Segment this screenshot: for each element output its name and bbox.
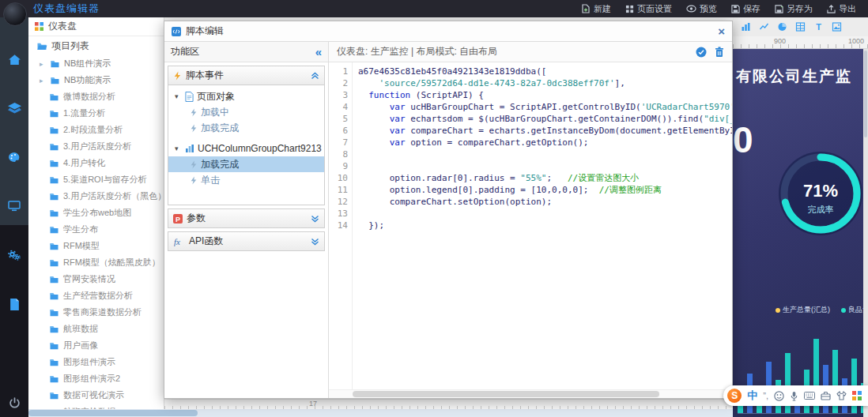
toolbox-icon[interactable]	[821, 391, 831, 400]
code-scrollbar-thumb[interactable]	[353, 391, 659, 397]
project-item[interactable]: 学生分布	[28, 221, 164, 238]
line-number: 5	[329, 113, 348, 125]
image-icon[interactable]	[832, 22, 842, 32]
folder-icon	[49, 193, 59, 201]
tree-event[interactable]: 加载完成	[168, 156, 324, 172]
expand-caret-icon[interactable]: ▾	[175, 145, 182, 152]
modal-title: 脚本编辑	[186, 24, 224, 38]
folder-icon	[49, 209, 59, 217]
emoji-icon[interactable]	[774, 391, 784, 401]
code-editor: 仪表盘: 生产监控 | 布局模式: 自由布局 12345678910111213…	[329, 42, 732, 398]
code-horizontal-scrollbar[interactable]	[329, 389, 732, 398]
script-event-icon	[173, 71, 182, 81]
app-title: 仪表盘编辑器	[33, 2, 100, 16]
section-header-script-events[interactable]: 脚本事件	[168, 66, 324, 85]
line-chart-icon[interactable]	[759, 22, 769, 32]
topbar-button-save-as[interactable]: 另存为	[768, 0, 820, 17]
project-item[interactable]: RFM模型（炫酷黑皮肤）	[28, 254, 164, 271]
document-icon[interactable]	[0, 280, 28, 329]
topbar-button-export[interactable]: 导出	[820, 0, 863, 17]
editor-context-label: 仪表盘: 生产监控 | 布局模式: 自由布局	[337, 45, 497, 58]
ime-mode-chinese[interactable]: 中	[747, 389, 757, 403]
code-area[interactable]: 1234567891011121314 a67e4635c81eb45f0a49…	[329, 62, 732, 389]
section-header-api-functions[interactable]: fx API函数	[168, 232, 324, 250]
project-panel: 仪表盘 项目列表 ▸NB组件演示▸NB功能演示微博数据分析1.流量分析2.时段流…	[28, 17, 164, 409]
line-number: 4	[329, 101, 348, 113]
chevrons-down-icon[interactable]	[311, 215, 319, 223]
project-item[interactable]: 用户画像	[28, 337, 164, 354]
project-item[interactable]: 2.时段流量分析	[28, 122, 164, 138]
skin-icon[interactable]	[836, 391, 847, 400]
lightning-icon	[190, 124, 198, 133]
collapse-left-icon[interactable]: «	[315, 46, 322, 58]
layers-icon[interactable]	[0, 84, 28, 133]
project-item[interactable]: 微博数据分析	[28, 88, 164, 105]
home-icon[interactable]	[0, 35, 28, 84]
chevrons-up-icon[interactable]	[311, 72, 319, 80]
palette-icon[interactable]	[0, 133, 28, 182]
tree-event[interactable]: 加载完成	[168, 120, 324, 136]
project-item[interactable]: 图形组件演示2	[28, 370, 164, 387]
topbar-button-new-file[interactable]: 新建	[574, 0, 618, 17]
tree-event[interactable]: 加载中	[168, 104, 324, 120]
vertical-scrollbar-thumb[interactable]	[864, 51, 867, 137]
project-item[interactable]: 3.用户活跃度分析	[28, 138, 164, 155]
chevrons-down-icon[interactable]	[311, 238, 319, 246]
close-icon[interactable]: ×	[718, 25, 725, 37]
project-item[interactable]: 3.用户活跃度分析（黑色）	[28, 188, 164, 205]
project-item[interactable]: 4.用户转化	[28, 155, 164, 171]
topbar-button-save[interactable]: 保存	[724, 0, 768, 17]
project-folder[interactable]: ▸NB组件演示	[28, 55, 164, 72]
pie-chart-icon[interactable]	[777, 22, 787, 32]
ime-punctuation[interactable]: ”,	[763, 391, 768, 400]
chart-object-icon	[185, 144, 194, 153]
project-item[interactable]: 官网安装情况	[28, 271, 164, 287]
gears-icon[interactable]	[0, 231, 28, 280]
topbar-button-preview[interactable]: 预览	[679, 0, 724, 17]
table-icon[interactable]	[795, 22, 806, 32]
monitor-icon[interactable]	[0, 182, 28, 231]
topbar-actions: 新建页面设置预览保存另存为导出	[574, 0, 868, 17]
tree-node[interactable]: ▾页面对象	[168, 88, 324, 104]
line-number: 14	[329, 220, 348, 231]
folder-icon	[49, 143, 59, 151]
line-number: 9	[329, 160, 348, 172]
mic-icon[interactable]	[790, 391, 798, 401]
dashboard-icon	[35, 22, 43, 31]
project-item[interactable]: 生产经营数据分析	[28, 287, 164, 304]
tree-event[interactable]: 单击	[168, 172, 324, 188]
project-folder[interactable]: ▸NB功能演示	[28, 72, 164, 88]
project-item[interactable]: 航班安检数据	[28, 404, 164, 409]
horizontal-scrollbar-thumb[interactable]	[28, 410, 198, 416]
project-item[interactable]: 航班数据	[28, 321, 164, 337]
project-item[interactable]: 零售商渠道数据分析	[28, 304, 164, 321]
check-circle-icon[interactable]	[696, 47, 707, 58]
app-logo[interactable]	[3, 2, 27, 26]
caret-right-icon[interactable]: ▸	[40, 77, 46, 85]
expand-caret-icon[interactable]: ▾	[175, 92, 182, 100]
tree-node[interactable]: ▾UCHColumnGroupChart9213	[168, 141, 324, 156]
folder-icon	[49, 342, 59, 350]
section-script-events: 脚本事件 ▾页面对象加载中加载完成▾UCHColumnGroupChart921…	[168, 66, 325, 205]
power-icon[interactable]	[0, 397, 28, 409]
project-item[interactable]: 1.流量分析	[28, 105, 164, 122]
keyboard-icon[interactable]	[804, 392, 815, 400]
project-list-root[interactable]: 项目列表	[28, 36, 164, 55]
line-number: 13	[329, 208, 348, 220]
project-item[interactable]: 图形组件演示	[28, 354, 164, 370]
trash-icon[interactable]	[715, 47, 724, 58]
project-item[interactable]: 学生分布web地图	[28, 205, 164, 221]
sogou-logo[interactable]: S	[727, 389, 742, 403]
project-item[interactable]: RFM模型	[28, 238, 164, 254]
grid-icon[interactable]	[852, 391, 862, 400]
topbar-button-page-settings[interactable]: 页面设置	[618, 0, 679, 17]
project-item[interactable]: 数据可视化演示	[28, 387, 164, 404]
code-line	[358, 208, 732, 220]
caret-right-icon[interactable]: ▸	[40, 60, 46, 68]
project-item[interactable]: 5.渠道ROI与留存分析	[28, 171, 164, 188]
text-icon[interactable]: T	[813, 22, 824, 32]
section-header-parameters[interactable]: P 参数	[168, 209, 324, 227]
vertical-scrollbar[interactable]	[863, 49, 868, 417]
horizontal-scrollbar[interactable]	[28, 409, 733, 417]
bar-chart-icon[interactable]	[741, 22, 751, 32]
